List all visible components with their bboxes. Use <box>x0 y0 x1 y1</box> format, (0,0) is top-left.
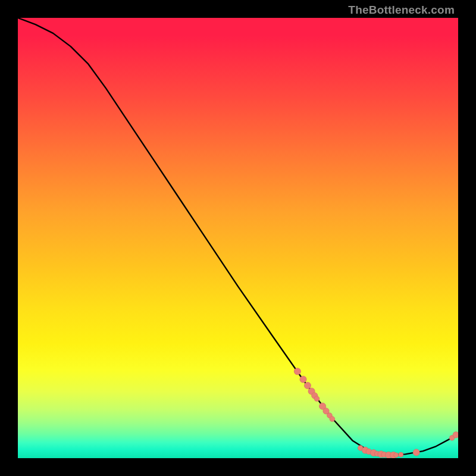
data-point <box>453 432 458 438</box>
data-point <box>399 452 403 457</box>
data-point <box>394 453 399 458</box>
chart-overlay-svg <box>18 18 458 458</box>
data-point <box>300 376 306 383</box>
data-point <box>294 368 300 375</box>
watermark-label: TheBottleneck.com <box>348 4 455 17</box>
points-layer <box>294 368 458 458</box>
plot-area <box>18 18 458 458</box>
data-point <box>413 449 419 456</box>
curve-layer <box>18 18 458 455</box>
chart-stage: TheBottleneck.com <box>0 0 476 476</box>
curve-path <box>18 18 458 455</box>
data-point <box>330 416 335 422</box>
data-point <box>314 396 320 402</box>
data-point <box>304 382 311 389</box>
